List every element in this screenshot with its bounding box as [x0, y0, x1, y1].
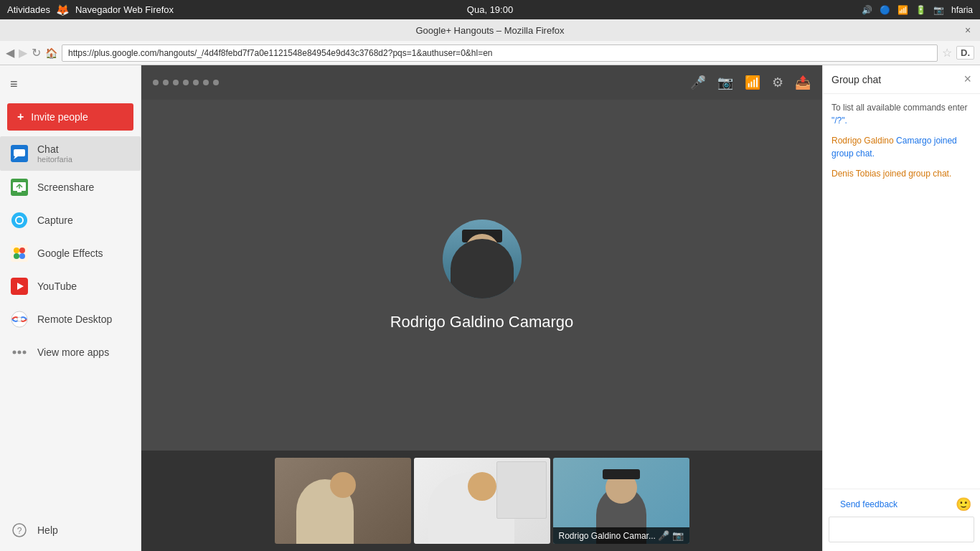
chat-footer: Send feedback 🙂 — [823, 489, 980, 551]
tooltip-mic-icon[interactable]: 🎤 — [658, 530, 669, 541]
chat-icon — [10, 144, 29, 163]
sidebar-item-google-effects[interactable]: Google Effects — [0, 237, 141, 270]
home-button[interactable]: 🏠 — [45, 47, 57, 59]
os-topbar: Atividades 🦊 Navegador Web Firefox Qua, … — [0, 0, 980, 19]
chat-close-button[interactable]: × — [963, 72, 971, 87]
remote-desktop-label: Remote Desktop — [37, 314, 112, 325]
help-icon: ? — [10, 521, 29, 540]
hangout-area: 🎤 📷 📶 ⚙ 📤 Rodrigo Galdino Camargo — [141, 65, 822, 551]
screenshare-icon — [10, 178, 29, 197]
bottom-thumbnails: Rodrigo Galdino Camar... 🎤 📷 — [141, 451, 822, 551]
chat-subtitle: heitorfaria — [37, 155, 72, 164]
chat-header: Group chat × — [823, 65, 980, 94]
bluetooth-icon[interactable]: 🔵 — [880, 5, 890, 15]
main-content: ≡ + Invite people Chat heitorfaria — [0, 65, 980, 551]
sidebar-item-screenshare[interactable]: Screenshare — [0, 171, 141, 204]
thumbnail-1[interactable] — [275, 458, 411, 544]
remote-desktop-icon — [10, 310, 29, 329]
os-topbar-time: Qua, 19:00 — [467, 4, 513, 15]
group-chat-panel: Group chat × To list all available comma… — [822, 65, 980, 551]
sidebar-menu-icon[interactable]: ≡ — [0, 71, 141, 98]
main-video: Rodrigo Galdino Camargo — [141, 100, 822, 451]
chat-message-2: Rodrigo Galdino Camargo joined group cha… — [831, 134, 971, 160]
browser-window: Google+ Hangouts – Mozilla Firefox × ◀ ▶… — [0, 19, 980, 551]
sidebar-item-view-more[interactable]: View more apps — [0, 336, 141, 369]
group-chat-title: Group chat — [831, 74, 881, 85]
tooltip-cam-icon[interactable]: 📷 — [672, 530, 684, 541]
capture-icon — [10, 211, 29, 230]
svg-point-11 — [14, 248, 19, 253]
mute-icon[interactable]: 🎤 — [690, 75, 706, 90]
browser-titlebar: Google+ Hangouts – Mozilla Firefox × — [0, 19, 980, 41]
toolbar-dot-2 — [163, 80, 169, 85]
toolbar-dot-1 — [153, 80, 159, 85]
dasher-button[interactable]: D. — [956, 46, 974, 60]
invite-people-button[interactable]: + Invite people — [7, 103, 133, 131]
sidebar-item-remote-desktop[interactable]: Remote Desktop — [0, 303, 141, 336]
body-shape — [451, 239, 514, 298]
screenshot-icon[interactable]: 📷 — [933, 5, 944, 15]
chat-message-3-text: Denis Tobias joined group chat. — [831, 169, 951, 179]
sidebar-item-youtube[interactable]: YouTube — [0, 270, 141, 303]
chat-message-1-text: To list all available commands enter — [831, 103, 967, 113]
chat-message-3: Denis Tobias joined group chat. — [831, 167, 971, 180]
view-more-label: View more apps — [37, 347, 109, 358]
help-label: Help — [37, 524, 58, 536]
back-button[interactable]: ◀ — [6, 46, 14, 60]
chat-message-2-sender: Rodrigo Galdino — [831, 136, 896, 146]
browser-name-label: Navegador Web Firefox — [75, 4, 174, 15]
activities-button[interactable]: Atividades — [7, 4, 50, 15]
svg-point-14 — [19, 253, 25, 259]
settings-icon[interactable]: ⚙ — [772, 75, 783, 90]
exit-icon[interactable]: 📤 — [795, 75, 811, 90]
view-more-icon — [10, 343, 29, 362]
emoji-button[interactable]: 🙂 — [956, 496, 971, 512]
sidebar-item-chat[interactable]: Chat heitorfaria — [0, 136, 141, 171]
sidebar-item-help[interactable]: ? Help — [0, 514, 141, 551]
toolbar-dot-4 — [183, 80, 189, 85]
toolbar-dots — [153, 80, 219, 85]
firefox-icon: 🦊 — [56, 4, 70, 17]
plus-icon: + — [17, 110, 24, 123]
forward-button[interactable]: ▶ — [19, 46, 27, 60]
browser-title: Google+ Hangouts – Mozilla Firefox — [415, 25, 564, 36]
volume-icon[interactable]: 🔊 — [862, 5, 872, 15]
thumbnail-2[interactable] — [414, 458, 550, 544]
bookmark-star-icon[interactable]: ☆ — [942, 46, 952, 60]
svg-point-12 — [19, 248, 25, 253]
os-topbar-left: Atividades 🦊 Navegador Web Firefox — [7, 4, 174, 17]
browser-urlbar: ◀ ▶ ↻ 🏠 ☆ D. — [0, 41, 980, 65]
participant-name: Rodrigo Galdino Camargo — [390, 313, 574, 331]
chat-label: Chat — [37, 143, 72, 155]
user-label: hfaria — [951, 5, 973, 15]
chat-input[interactable] — [829, 517, 974, 542]
reload-button[interactable]: ↻ — [32, 46, 41, 60]
invite-label: Invite people — [31, 111, 88, 123]
svg-point-9 — [17, 217, 22, 223]
svg-point-19 — [13, 351, 17, 354]
url-input[interactable] — [62, 44, 938, 62]
svg-point-18 — [17, 317, 22, 321]
participant-avatar — [443, 220, 522, 298]
screenshare-label: Screenshare — [37, 182, 94, 193]
chat-command-link[interactable]: "/?". — [831, 116, 847, 126]
capture-label: Capture — [37, 215, 73, 226]
thumbnail-3[interactable]: Rodrigo Galdino Camar... 🎤 📷 — [553, 458, 689, 544]
wifi-icon[interactable]: 📶 — [897, 5, 908, 15]
svg-point-20 — [18, 351, 22, 354]
tooltip-text: Rodrigo Galdino Camar... — [559, 531, 656, 541]
sidebar: ≡ + Invite people Chat heitorfaria — [0, 65, 141, 551]
battery-icon[interactable]: 🔋 — [915, 5, 926, 15]
toolbar-dot-7 — [213, 80, 219, 85]
thumbnail-tooltip: Rodrigo Galdino Camar... 🎤 📷 — [553, 527, 689, 544]
camera-off-icon[interactable]: 📷 — [717, 75, 733, 90]
browser-close-button[interactable]: × — [961, 24, 974, 37]
svg-point-21 — [23, 351, 27, 354]
toolbar-dot-5 — [193, 80, 199, 85]
chat-message-1: To list all available commands enter "/?… — [831, 101, 971, 127]
signal-icon[interactable]: 📶 — [745, 75, 760, 90]
svg-rect-10 — [11, 245, 28, 262]
chat-messages: To list all available commands enter "/?… — [823, 94, 980, 489]
send-feedback-button[interactable]: Send feedback — [831, 495, 906, 514]
sidebar-item-capture[interactable]: Capture — [0, 204, 141, 237]
